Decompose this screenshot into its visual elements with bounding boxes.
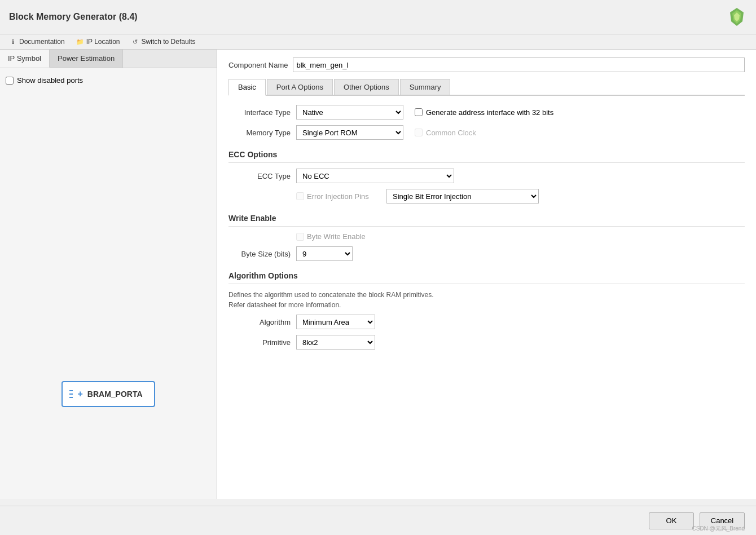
algorithm-desc-line2: Refer datasheet for more information. (228, 300, 745, 310)
tabs-row: Basic Port A Options Other Options Summa… (228, 79, 745, 96)
tab-power-estimation[interactable]: Power Estimation (50, 50, 123, 68)
algorithm-desc: Defines the algorithm used to concatenat… (228, 290, 745, 310)
right-panel: Component Name Basic Port A Options Othe… (217, 50, 756, 499)
common-clock-row: Common Clock (415, 129, 476, 137)
component-name-label: Component Name (228, 61, 288, 69)
algorithm-label: Algorithm (228, 318, 296, 326)
bram-symbol: + BRAM_PORTA (61, 381, 155, 407)
main-layout: IP Symbol Power Estimation Show disabled… (0, 50, 756, 499)
error-injection-check-label: Error Injection Pins (296, 192, 386, 201)
algorithm-desc-line1: Defines the algorithm used to concatenat… (228, 290, 745, 300)
generate-address-check-row: Generate address interface with 32 bits (415, 108, 553, 117)
location-icon: 📁 (76, 38, 84, 46)
algorithm-section-header: Algorithm Options (228, 267, 745, 284)
tab-other-options[interactable]: Other Options (334, 79, 399, 95)
basic-tab-content: Interface Type Native AXI4 AXI4 Lite Gen… (228, 105, 745, 355)
write-enable-section-header: Write Enable (228, 209, 745, 227)
memory-type-label: Memory Type (228, 129, 296, 137)
byte-size-label: Byte Size (bits) (228, 250, 296, 258)
common-clock-label: Common Clock (426, 129, 476, 137)
tab-basic[interactable]: Basic (228, 79, 266, 96)
left-tabs: IP Symbol Power Estimation (0, 50, 217, 68)
bram-area: + BRAM_PORTA (0, 289, 217, 499)
bottom-bar: OK Cancel (0, 506, 756, 535)
tab-port-a-options[interactable]: Port A Options (267, 79, 333, 95)
ip-location-link[interactable]: 📁 IP Location (76, 38, 120, 46)
primitive-select[interactable]: 8kx2 16kx1 4kx4 (296, 335, 375, 350)
switch-defaults-label: Switch to Defaults (142, 38, 196, 46)
algorithm-select[interactable]: Minimum Area Low Power Fixed Primitive (296, 315, 375, 329)
ecc-section-header: ECC Options (228, 145, 745, 163)
common-clock-checkbox[interactable] (415, 129, 423, 136)
byte-size-select[interactable]: 9 8 (296, 246, 353, 261)
error-injection-select[interactable]: Single Bit Error Injection Double Bit Er… (386, 189, 539, 204)
memory-type-select[interactable]: Single Port ROM Simple Dual Port RAM Tru… (296, 125, 403, 140)
ecc-type-select[interactable]: No ECC Hamming ECC SECDED (296, 169, 454, 183)
info-icon: ℹ (9, 38, 17, 46)
ip-location-label: IP Location (86, 38, 120, 46)
bram-label: BRAM_PORTA (87, 390, 143, 399)
conn-line-1 (69, 390, 73, 391)
primitive-label: Primitive (228, 338, 296, 347)
error-injection-row: Error Injection Pins Single Bit Error In… (228, 189, 745, 204)
show-disabled-ports-row: Show disabled ports (6, 74, 211, 87)
generate-address-label: Generate address interface with 32 bits (426, 108, 553, 117)
interface-type-row: Interface Type Native AXI4 AXI4 Lite Gen… (228, 105, 745, 120)
generate-address-checkbox[interactable] (415, 108, 423, 116)
watermark: CSDN @元风_Brend (692, 525, 745, 533)
switch-defaults-link[interactable]: ↺ Switch to Defaults (131, 38, 196, 46)
show-disabled-ports-label: Show disabled ports (17, 76, 83, 85)
bram-plus-icon: + (77, 389, 82, 399)
logo-icon (727, 7, 747, 27)
ok-button[interactable]: OK (649, 512, 694, 529)
left-panel-content: Show disabled ports (0, 68, 217, 289)
ecc-type-label: ECC Type (228, 172, 296, 180)
ecc-type-row: ECC Type No ECC Hamming ECC SECDED (228, 169, 745, 183)
tab-ip-symbol[interactable]: IP Symbol (0, 50, 50, 68)
byte-write-enable-label: Byte Write Enable (296, 232, 366, 241)
bram-connector (69, 390, 73, 398)
title-bar: Block Memory Generator (8.4) (0, 0, 756, 34)
documentation-link[interactable]: ℹ Documentation (9, 38, 65, 46)
error-injection-pins-checkbox[interactable] (296, 192, 304, 200)
algorithm-row: Algorithm Minimum Area Low Power Fixed P… (228, 315, 745, 329)
left-panel: IP Symbol Power Estimation Show disabled… (0, 50, 217, 499)
window-title: Block Memory Generator (8.4) (9, 12, 138, 22)
byte-write-enable-checkbox[interactable] (296, 233, 304, 241)
conn-line-3 (69, 397, 73, 398)
interface-type-select[interactable]: Native AXI4 AXI4 Lite (296, 105, 403, 120)
show-disabled-ports-checkbox[interactable] (6, 77, 14, 85)
byte-write-enable-row: Byte Write Enable (228, 232, 745, 241)
memory-type-row: Memory Type Single Port ROM Simple Dual … (228, 125, 745, 140)
byte-write-enable-text: Byte Write Enable (307, 232, 366, 241)
interface-type-label: Interface Type (228, 108, 296, 117)
component-name-input[interactable] (293, 58, 745, 72)
conn-line-2 (69, 393, 73, 395)
documentation-label: Documentation (19, 38, 65, 46)
refresh-icon: ↺ (131, 38, 139, 46)
error-injection-pins-label: Error Injection Pins (307, 192, 369, 201)
component-name-row: Component Name (228, 58, 745, 72)
toolbar: ℹ Documentation 📁 IP Location ↺ Switch t… (0, 34, 756, 50)
primitive-row: Primitive 8kx2 16kx1 4kx4 (228, 335, 745, 350)
tab-summary[interactable]: Summary (400, 79, 451, 95)
byte-size-row: Byte Size (bits) 9 8 (228, 246, 745, 261)
